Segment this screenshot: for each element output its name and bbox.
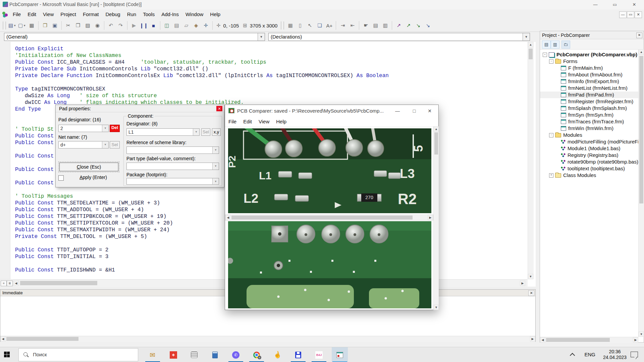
apply-checkbox[interactable] [58, 175, 64, 181]
designator-combo[interactable]: L1 ▼ [126, 128, 200, 136]
pad-designator-combo[interactable]: 2 ▼ [58, 125, 109, 132]
procedure-dropdown[interactable]: (Declarations) ▼ [268, 33, 530, 41]
tree-item-frmabout[interactable]: frmAbout (frmAbout.frm) [540, 71, 638, 78]
chevron-down-icon[interactable]: ▼ [23, 24, 26, 27]
tree-item-modules[interactable]: -Modules [540, 132, 638, 138]
chevron-down-icon[interactable]: ▼ [258, 33, 265, 41]
collapse-icon[interactable]: - [549, 133, 553, 137]
cut-button[interactable]: ✂ [64, 21, 73, 30]
list-properties-button[interactable]: ▥ [381, 21, 390, 30]
menu-debug[interactable]: Debug [102, 9, 123, 19]
scroll-right-icon[interactable]: ▶ [633, 337, 638, 343]
chevron-down-icon[interactable]: ▼ [102, 141, 108, 148]
chevron-up-icon[interactable] [570, 353, 575, 358]
scroll-thumb[interactable] [434, 132, 438, 155]
close-icon[interactable]: ✕ [528, 290, 534, 296]
net-sel-button[interactable]: Sel [110, 141, 120, 148]
mdi-restore-button[interactable]: ▭ [627, 11, 634, 18]
close-button[interactable]: ✕ [625, 0, 644, 9]
pcb-image-bottom[interactable] [228, 221, 431, 308]
menu-addins[interactable]: Add-Ins [158, 9, 182, 19]
scroll-thumb[interactable] [6, 337, 78, 341]
scroll-down-icon[interactable]: ▼ [528, 274, 533, 279]
scroll-left-icon[interactable]: ◀ [225, 215, 231, 220]
scroll-left-icon[interactable]: ◀ [13, 281, 19, 286]
object-browser-button[interactable]: ◈ [192, 21, 201, 30]
maximize-button[interactable]: □ [407, 105, 422, 117]
project-explorer-button[interactable]: ◫ [162, 21, 171, 30]
taskbar-app-outlook[interactable]: ✉ [145, 347, 161, 362]
panel-horizontal-scrollbar[interactable]: ◀ ▶ [540, 337, 638, 343]
menu-view[interactable]: View [40, 9, 57, 19]
taskbar-search[interactable]: Поиск [18, 348, 138, 361]
close-icon[interactable]: ✕ [216, 106, 222, 111]
pcb-menu-help[interactable]: Help [273, 117, 290, 126]
tree-item-frminfo[interactable]: frmInfo (frmExport.frm) [540, 78, 638, 85]
tree-item-frmnetlist[interactable]: frmNetList (frmNetList.frm) [540, 85, 638, 92]
redo-button[interactable]: ↷ [116, 21, 125, 30]
form-grid-button[interactable]: ▦ [286, 21, 295, 30]
close-dialog-button[interactable]: Close (Esc) [58, 162, 119, 172]
chevron-down-icon[interactable]: ▼ [13, 24, 16, 27]
uncomment-block-button[interactable]: ↗ [404, 21, 413, 30]
tree-item-registry[interactable]: Registry (Registry.bas) [540, 152, 638, 159]
open-project-button[interactable]: ❒ [41, 21, 50, 30]
tree-item-frmregister[interactable]: frmRegister (frmRegister.frm) [540, 98, 638, 105]
taskbar-clock[interactable]: 20:36 24.04.2023 [603, 349, 627, 360]
paste-button[interactable]: ▨ [83, 21, 92, 30]
pcb-menu-file[interactable]: File [225, 117, 240, 126]
hand-tool-button[interactable]: ☛ [361, 21, 370, 30]
properties-window-button[interactable]: ▤ [172, 21, 181, 30]
tree-item-frmsplash[interactable]: frmSplash (frmSplash.frm) [540, 105, 638, 112]
code-vertical-scrollbar[interactable]: ▲ ▼ [528, 42, 534, 279]
chevron-down-icon[interactable]: ▼ [212, 147, 219, 154]
mdi-close-button[interactable]: ✕ [635, 11, 642, 18]
expand-icon[interactable]: + [549, 173, 553, 178]
chevron-down-icon[interactable]: ▼ [523, 33, 530, 41]
comment-block-button[interactable]: ↗ [394, 21, 403, 30]
apply-button[interactable]: Apply (Enter) [67, 175, 119, 180]
scroll-thumb[interactable] [639, 56, 643, 203]
tree-item-tooltiptext[interactable]: tooltiptext (tooltiptext.bas) [540, 165, 638, 172]
tree-item-class[interactable]: +Class Modules [540, 172, 638, 179]
tree-item-frmsyn[interactable]: frmSyn (frmSyn.frm) [540, 112, 638, 118]
add-project-button[interactable]: ▤▼ [8, 21, 17, 30]
menu-format[interactable]: Format [79, 9, 102, 19]
break-button[interactable]: ❙❙ [139, 21, 148, 30]
taskbar-app-viber[interactable]: ✆ [228, 347, 244, 362]
taskbar-app-hand-pointer[interactable]: ☝ [269, 347, 285, 362]
menu-project[interactable]: Project [57, 9, 79, 19]
collapse-icon[interactable]: - [549, 59, 553, 64]
tree-item-frmtraces[interactable]: frmTraces (frmTrace.frm) [540, 118, 638, 125]
close-button[interactable]: ✕ [422, 105, 437, 117]
notifications-icon[interactable] [631, 352, 638, 357]
tree-item-rotate90bmp[interactable]: rotate90bmp (rotate90bmp.bas) [540, 159, 638, 165]
pcb-image-top[interactable]: 270 P2 L1 L2 L3 R2 5 [228, 128, 431, 213]
minimize-button[interactable]: — [390, 105, 405, 117]
outdent-button[interactable]: ⇤ [348, 21, 357, 30]
object-dropdown[interactable]: (General) ▼ [4, 33, 265, 41]
toolbar-grip[interactable] [281, 21, 284, 29]
prev-bookmark-button[interactable]: ↘ [423, 21, 432, 30]
panel-vertical-scrollbar[interactable]: ▲ ▼ [638, 49, 644, 337]
tree-item-frmwin[interactable]: frmWin (frmWin.frm) [540, 125, 638, 132]
scroll-right-icon[interactable]: ▶ [428, 215, 433, 220]
scroll-right-icon[interactable]: ▶ [530, 336, 535, 342]
chevron-down-icon[interactable]: ▼ [193, 129, 199, 135]
chevron-down-icon[interactable]: ▼ [212, 178, 219, 184]
close-icon[interactable]: ✕ [636, 33, 642, 38]
taskbar-app-calculator[interactable] [207, 347, 223, 362]
part-type-combo[interactable]: ▼ [126, 163, 219, 170]
maximize-button[interactable]: ▭ [605, 0, 625, 9]
taskbar-app-save-floppy[interactable] [290, 347, 306, 362]
designator-sel-button[interactable]: Sel [201, 128, 210, 136]
toolbox-button[interactable]: ✛ [201, 21, 210, 30]
menu-run[interactable]: Run [124, 9, 140, 19]
scroll-thumb[interactable] [546, 338, 610, 342]
view-code-button[interactable]: ▤ [542, 41, 551, 49]
minimize-button[interactable]: — [586, 0, 605, 9]
pcb-horizontal-scrollbar[interactable]: ◀ ▶ [225, 215, 433, 221]
menu-file[interactable]: File [9, 9, 24, 19]
pcb-vertical-scrollbar[interactable]: ▲ ▼ [433, 126, 439, 310]
taskbar-app-quick-launch-red[interactable]: ❖ [165, 347, 181, 362]
